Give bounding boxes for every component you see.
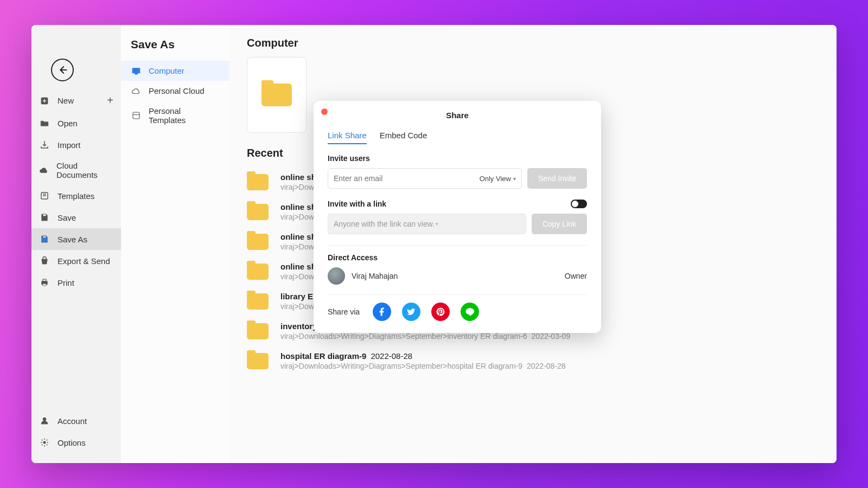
- sidebar-item-open[interactable]: Open: [31, 112, 121, 134]
- folder-icon: [247, 323, 269, 339]
- facebook-icon[interactable]: [373, 303, 391, 321]
- sidebar-label: Print: [58, 278, 74, 287]
- folder-icon: [247, 234, 269, 250]
- folder-icon: [247, 204, 269, 220]
- sidebar-item-templates[interactable]: Templates: [31, 185, 121, 207]
- templates-icon: [131, 111, 142, 120]
- email-input-wrap: Only View: [328, 168, 522, 189]
- email-input[interactable]: [334, 174, 480, 183]
- close-icon[interactable]: [321, 108, 328, 115]
- sidebar-item-print[interactable]: Print: [31, 272, 121, 293]
- direct-access-label: Direct Access: [328, 253, 587, 262]
- saveas-icon: [39, 234, 50, 245]
- new-icon: [39, 95, 50, 106]
- sidebar-item-new[interactable]: New+: [31, 89, 121, 112]
- left-sidebar: New+ Open Import Cloud Documents Templat…: [31, 25, 121, 463]
- folder-icon: [39, 118, 50, 129]
- link-toggle[interactable]: [571, 200, 587, 208]
- location-label: Computer: [149, 66, 184, 75]
- import-icon: [39, 139, 50, 150]
- sidebar-label: Export & Send: [58, 256, 110, 266]
- account-icon: [39, 415, 50, 426]
- invite-link-label: Invite with a link: [328, 200, 386, 208]
- cloud-icon: [131, 87, 142, 95]
- sidebar-item-cloud[interactable]: Cloud Documents: [31, 156, 121, 185]
- sidebar-label: Save: [58, 213, 76, 222]
- folder-icon: [247, 353, 269, 369]
- svg-rect-16: [132, 68, 140, 73]
- plus-icon: +: [107, 94, 113, 107]
- permission-select[interactable]: Only View: [480, 175, 516, 183]
- tab-embed-code[interactable]: Embed Code: [380, 131, 427, 144]
- back-button[interactable]: [51, 59, 74, 81]
- location-computer[interactable]: Computer: [121, 61, 229, 81]
- share-via-label: Share via: [328, 307, 360, 316]
- saveas-title: Save As: [121, 35, 229, 61]
- folder-icon: [247, 293, 269, 310]
- sidebar-item-export[interactable]: Export & Send: [31, 250, 121, 272]
- modal-title: Share: [328, 111, 587, 120]
- copy-link-button[interactable]: Copy Link: [532, 214, 587, 234]
- invite-users-label: Invite users: [328, 154, 587, 163]
- print-icon: [39, 277, 50, 288]
- sidebar-item-account[interactable]: Account: [31, 410, 121, 432]
- twitter-icon[interactable]: [402, 303, 420, 321]
- sidebar-item-import[interactable]: Import: [31, 134, 121, 156]
- browse-card[interactable]: [247, 57, 307, 133]
- sidebar-label: Options: [58, 438, 86, 447]
- file-name: hospital ER diagram-92022-08-28: [280, 351, 566, 361]
- location-personal-cloud[interactable]: Personal Cloud: [121, 81, 229, 101]
- sidebar-label: Account: [58, 416, 87, 426]
- sidebar-label: Import: [58, 140, 81, 150]
- folder-icon: [247, 174, 269, 190]
- computer-heading: Computer: [247, 37, 819, 49]
- location-label: Personal Cloud: [149, 86, 205, 95]
- save-icon: [39, 212, 50, 223]
- sidebar-item-save[interactable]: Save: [31, 207, 121, 228]
- sidebar-label: Templates: [58, 191, 94, 201]
- pinterest-icon[interactable]: [431, 303, 450, 321]
- computer-icon: [131, 67, 142, 75]
- app-window: Wondershare EdrawMax ▾ ▾ ▾ New+ Open Imp…: [31, 25, 837, 463]
- line-icon[interactable]: [461, 303, 479, 321]
- templates-icon: [39, 190, 50, 201]
- user-avatar-icon: [328, 267, 345, 285]
- sidebar-label: Open: [58, 119, 78, 128]
- svg-rect-9: [43, 214, 46, 216]
- file-row[interactable]: hospital ER diagram-92022-08-28viraj>Dow…: [247, 346, 819, 376]
- user-row: Viraj Mahajan Owner: [328, 267, 587, 285]
- send-invite-button[interactable]: Send Invite: [527, 168, 587, 189]
- svg-rect-17: [135, 73, 138, 74]
- sidebar-label: Cloud Documents: [56, 161, 113, 179]
- user-role: Owner: [565, 272, 587, 280]
- sidebar-label: New: [58, 96, 74, 105]
- location-personal-templates[interactable]: Personal Templates: [121, 101, 229, 130]
- svg-rect-13: [43, 284, 46, 286]
- file-path: viraj>Downloads>Writing>Diagrams>Septemb…: [280, 332, 570, 341]
- svg-rect-18: [133, 112, 139, 119]
- svg-point-15: [43, 441, 46, 444]
- share-modal: Share Link Share Embed Code Invite users…: [314, 101, 601, 333]
- export-icon: [39, 255, 50, 266]
- svg-rect-10: [43, 236, 46, 238]
- sidebar-label: Save As: [58, 235, 87, 244]
- divider: [328, 245, 587, 246]
- options-icon: [39, 437, 50, 448]
- modal-tabs: Link Share Embed Code: [328, 131, 587, 144]
- cloud-icon: [39, 165, 49, 176]
- location-column: Save As Computer Personal Cloud Personal…: [121, 25, 229, 463]
- user-name: Viraj Mahajan: [352, 272, 398, 280]
- sidebar-item-options[interactable]: Options: [31, 432, 121, 453]
- svg-rect-12: [43, 279, 46, 281]
- svg-point-14: [43, 418, 46, 421]
- location-label: Personal Templates: [149, 106, 220, 125]
- link-display[interactable]: Anyone with the link can view.: [328, 214, 526, 234]
- folder-icon: [247, 264, 269, 280]
- folder-icon: [261, 84, 292, 106]
- tab-link-share[interactable]: Link Share: [328, 131, 367, 144]
- file-path: viraj>Downloads>Writing>Diagrams>Septemb…: [280, 362, 566, 370]
- share-via-row: Share via: [328, 303, 587, 321]
- divider: [328, 294, 587, 295]
- sidebar-item-saveas[interactable]: Save As: [31, 228, 121, 250]
